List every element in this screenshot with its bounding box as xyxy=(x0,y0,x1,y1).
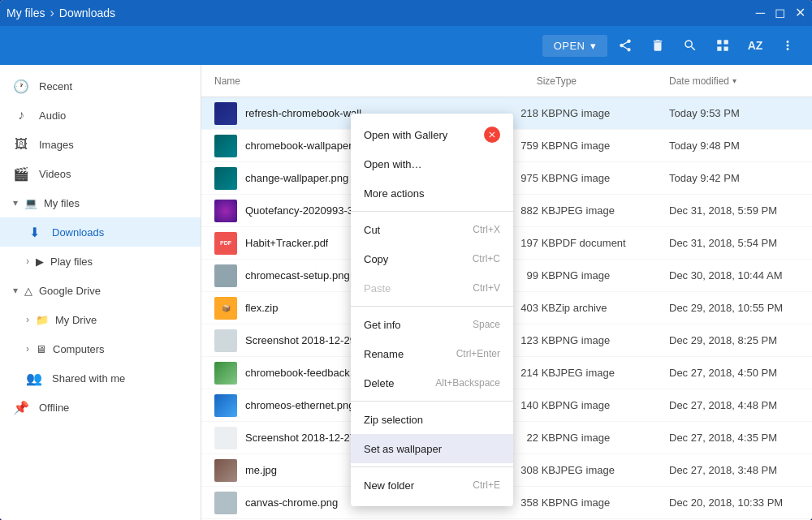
delete-label: Delete xyxy=(364,377,395,389)
file-name: Habit+Tracker.pdf xyxy=(245,237,328,249)
share-icon xyxy=(618,38,633,53)
file-date: Today 9:53 PM xyxy=(669,107,799,119)
sidebar-item-computers[interactable]: › 🖥 Computers xyxy=(0,334,201,363)
file-type: JPEG image xyxy=(555,464,669,476)
sidebar-item-googledrive[interactable]: ▾ △ Google Drive xyxy=(0,276,201,305)
open-gallery-label: Open with Gallery xyxy=(364,129,447,141)
sidebar-item-label: Shared with me xyxy=(52,372,125,385)
file-thumbnail: PDF xyxy=(214,232,237,255)
open-button[interactable]: OPEN ▾ xyxy=(542,35,607,57)
file-list-header: Name Size Type Date modified ▾ xyxy=(201,65,812,97)
context-menu-item-new-folder[interactable]: New folder Ctrl+E xyxy=(351,471,513,500)
file-date: Today 9:48 PM xyxy=(669,140,799,152)
sidebar-item-audio[interactable]: ♪ Audio xyxy=(0,101,201,130)
file-name: canvas-chrome.png xyxy=(245,496,338,509)
close-button[interactable]: ✕ xyxy=(795,6,806,19)
context-menu-item-zip-selection[interactable]: Zip selection xyxy=(351,405,513,434)
computers-icon: 🖥 xyxy=(36,343,46,355)
file-date: Dec 27, 2018, 4:35 PM xyxy=(669,432,799,444)
context-menu-item-delete[interactable]: Delete Alt+Backspace xyxy=(351,368,513,398)
sidebar-item-label: Audio xyxy=(39,110,66,122)
file-date: Dec 31, 2018, 5:54 PM xyxy=(669,237,799,249)
context-menu-item-more-actions[interactable]: More actions xyxy=(351,178,513,208)
context-menu-item-set-as-wallpaper[interactable]: Set as wallpaper xyxy=(351,434,513,463)
mydrive-icon: 📁 xyxy=(36,314,49,326)
file-type: PNG image xyxy=(555,140,669,152)
delete-button[interactable] xyxy=(643,31,672,60)
file-name: change-wallpaper.png xyxy=(245,172,348,184)
grid-icon xyxy=(715,38,730,53)
col-type[interactable]: Type xyxy=(555,75,669,87)
delete-icon xyxy=(650,38,665,53)
file-type: JPEG image xyxy=(555,367,669,379)
context-menu-item-open-with[interactable]: Open with… xyxy=(351,149,513,178)
sidebar-item-label: Recent xyxy=(39,80,72,92)
col-date[interactable]: Date modified ▾ xyxy=(669,75,799,87)
more-actions-label: More actions xyxy=(364,187,424,200)
context-menu-divider xyxy=(351,401,513,402)
file-thumbnail: 📦 xyxy=(214,297,237,320)
more-vert-icon xyxy=(780,38,795,53)
sidebar-item-myfiles[interactable]: ▾ 💻 My files xyxy=(0,188,201,217)
breadcrumb: My files › Downloads xyxy=(6,6,115,20)
sidebar-item-images[interactable]: 🖼 Images xyxy=(0,130,201,159)
expand-icon: ▾ xyxy=(13,197,18,208)
sidebar-item-mydrive[interactable]: › 📁 My Drive xyxy=(0,305,201,334)
sidebar-item-videos[interactable]: 🎬 Videos xyxy=(0,159,201,188)
context-menu-item-copy[interactable]: Copy Ctrl+C xyxy=(351,244,513,273)
col-name[interactable]: Name xyxy=(214,75,490,87)
file-type: PNG image xyxy=(555,432,669,444)
file-date: Dec 27, 2018, 4:48 PM xyxy=(669,399,799,411)
context-menu-item-paste[interactable]: Paste Ctrl+V xyxy=(351,273,513,303)
search-button[interactable] xyxy=(676,31,705,60)
file-type: PNG image xyxy=(555,172,669,184)
breadcrumb-current[interactable]: Downloads xyxy=(59,6,115,19)
minimize-button[interactable]: ─ xyxy=(756,6,765,19)
sidebar-item-offline[interactable]: 📌 Offline xyxy=(0,393,201,422)
downloads-icon: ⬇ xyxy=(26,225,42,240)
file-type: PNG image xyxy=(555,269,669,281)
expand-icon: › xyxy=(26,343,29,355)
file-thumbnail xyxy=(214,362,237,385)
context-menu-item-open-gallery[interactable]: Open with Gallery xyxy=(351,120,513,149)
breadcrumb-root[interactable]: My files xyxy=(6,6,45,19)
get-info-label: Get info xyxy=(364,319,401,331)
sort-button[interactable]: AZ xyxy=(741,31,770,60)
file-name: flex.zip xyxy=(245,302,278,314)
new-folder-label: New folder xyxy=(364,479,414,492)
sidebar-item-label: Downloads xyxy=(52,226,104,239)
file-date: Dec 29, 2018, 8:25 PM xyxy=(669,334,799,346)
sidebar-item-downloads[interactable]: ⬇ Downloads xyxy=(0,217,201,247)
paste-label: Paste xyxy=(364,282,391,294)
maximize-button[interactable]: ◻ xyxy=(775,6,785,19)
toolbar: OPEN ▾ AZ xyxy=(0,26,812,65)
context-menu-item-cut[interactable]: Cut Ctrl+X xyxy=(351,215,513,244)
context-menu-item-get-info[interactable]: Get info Space xyxy=(351,310,513,339)
sidebar-item-playfiles[interactable]: › ▶ Play files xyxy=(0,247,201,276)
images-icon: 🖼 xyxy=(13,137,29,152)
file-date: Today 9:42 PM xyxy=(669,172,799,184)
sort-icon: AZ xyxy=(748,39,763,52)
file-date: Dec 27, 2018, 3:48 PM xyxy=(669,464,799,476)
sort-arrow: ▾ xyxy=(732,76,736,85)
audio-icon: ♪ xyxy=(13,108,29,122)
share-button[interactable] xyxy=(611,31,640,60)
file-thumbnail xyxy=(214,264,237,287)
more-options-button[interactable] xyxy=(773,31,802,60)
file-thumbnail xyxy=(214,102,237,125)
context-menu-item-rename[interactable]: Rename Ctrl+Enter xyxy=(351,339,513,368)
file-type: PNG image xyxy=(555,107,669,119)
sidebar-item-recent[interactable]: 🕐 Recent xyxy=(0,71,201,101)
col-size[interactable]: Size xyxy=(490,75,555,87)
cut-label: Cut xyxy=(364,224,380,236)
sidebar-item-sharedwithme[interactable]: 👥 Shared with me xyxy=(0,363,201,393)
delete-shortcut: Alt+Backspace xyxy=(435,377,500,389)
expand-icon: ▾ xyxy=(13,285,18,296)
grid-view-button[interactable] xyxy=(708,31,737,60)
playfiles-icon: ▶ xyxy=(36,256,44,268)
file-date: Dec 30, 2018, 10:44 AM xyxy=(669,269,799,281)
file-type: PNG image xyxy=(555,496,669,509)
rename-shortcut: Ctrl+Enter xyxy=(456,348,500,359)
open-with-label: Open with… xyxy=(364,158,422,170)
title-bar: My files › Downloads ─ ◻ ✕ xyxy=(0,0,812,26)
